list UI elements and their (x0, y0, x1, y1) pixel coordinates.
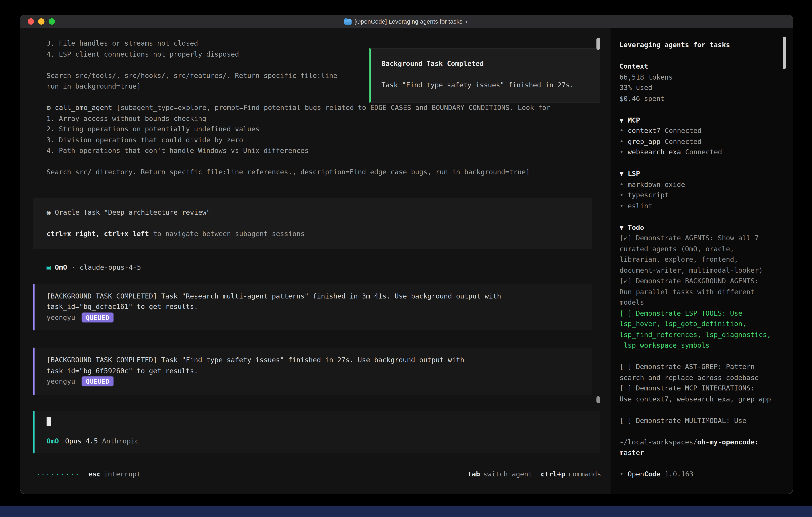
agent-square-icon: ▣ (47, 263, 51, 271)
lsp-item-name: markdown-oxide (628, 180, 685, 188)
tab-key-hint: tab (468, 470, 480, 478)
folder-icon (345, 19, 352, 24)
terminal-line: 2. String operations on potentially unde… (47, 124, 594, 135)
queued-badge: QUEUED (82, 377, 114, 386)
agent-model: claude-opus-4-5 (80, 263, 141, 271)
lsp-item: •typescript (619, 190, 784, 201)
terminal-window: [OpenCode] Leveraging agents for tasks◐ … (20, 15, 793, 494)
zoom-button[interactable] (49, 19, 55, 25)
message-block[interactable]: [BACKGROUND TASK COMPLETED] Task "Find t… (33, 348, 592, 394)
app-version-number: 1.0.163 (665, 470, 693, 478)
titlebar[interactable]: [OpenCode] Leveraging agents for tasks◐ (20, 15, 793, 28)
todo-item-active: [ ] Demonstrate LSP TOOLS: Use lsp_hover… (619, 308, 784, 351)
mcp-section-heading[interactable]: ▼MCP (619, 115, 784, 126)
window-title-text: [OpenCode] Leveraging agents for tasks (354, 19, 463, 25)
mcp-item-status: Connected (665, 127, 701, 135)
status-right: tabswitch agentctrl+pcommands (468, 469, 601, 480)
lsp-section-heading[interactable]: ▼LSP (619, 168, 784, 179)
gear-icon: ⚙ (47, 104, 51, 111)
todo-item-done: [✓] Demonstrate AGENTS: Show all 7 curat… (619, 233, 784, 276)
toast-title: Background Task Completed (381, 59, 591, 70)
hint-text: to navigate between subagent sessions (153, 229, 304, 237)
hint-keys: ctrl+x right, ctrl+x left (47, 229, 149, 237)
tool-call-name: call_omo_agent (55, 104, 112, 111)
lsp-heading-label: LSP (628, 169, 640, 177)
terminal-line (47, 156, 594, 167)
mcp-item-status: Connected (665, 137, 701, 145)
input-provider: Anthropic (102, 437, 139, 445)
navigation-hint: ctrl+x right, ctrl+x leftto navigate bet… (47, 228, 581, 239)
todo-section-heading[interactable]: ▼Todo (619, 222, 784, 233)
bullet-icon: • (619, 127, 624, 135)
oracle-task-title: ◉Oracle Task "Deep architecture review" (47, 207, 581, 218)
triangle-down-icon: ▼ (619, 116, 624, 124)
mcp-item: •context7Connected (619, 126, 784, 136)
traffic-lights (28, 19, 55, 25)
mcp-item-name: websearch_exa (628, 148, 681, 156)
prompt-input[interactable]: OmOOpus 4.5Anthropic (33, 411, 600, 453)
todo-line: lsp_workspace_symbols (619, 340, 784, 351)
esc-key-hint: esc (88, 470, 100, 478)
workspace-repo: oh-my-opencode: (697, 438, 759, 446)
message-block[interactable]: [BACKGROUND TASK COMPLETED] Task "Resear… (33, 283, 592, 330)
todo-line: [✓] Demonstrate BACKGROUND AGENTS: (619, 276, 784, 287)
message-meta: yeongyuQUEUED (47, 377, 583, 387)
sidebar-scrollbar-thumb[interactable] (783, 36, 786, 69)
bullet-icon: • (619, 180, 624, 188)
mcp-item-name: context7 (628, 127, 661, 135)
input-line[interactable] (47, 417, 592, 428)
agent-header: ▣OmO·claude-opus-4-5 (47, 262, 594, 273)
bullet-icon: • (619, 202, 624, 210)
todo-item-done: [✓] Demonstrate BACKGROUND AGENTS: Run p… (619, 276, 784, 308)
terminal-line: Search src/ directory. Return specific f… (47, 167, 594, 178)
todo-heading-label: Todo (628, 223, 644, 231)
message-text: task_id="bg_6f59260c" to get results. (47, 366, 583, 377)
terminal-line: 3. File handles or streams not closed (47, 38, 594, 49)
close-button[interactable] (28, 19, 34, 25)
input-meta: OmOOpus 4.5Anthropic (47, 436, 592, 447)
message-author: yeongyu (47, 377, 75, 385)
terminal-line: 1. Array access without bounds checking (47, 113, 594, 124)
todo-line: [ ] Demonstrate MCP INTEGRATIONS: (619, 383, 784, 394)
bullet-icon: • (619, 137, 624, 145)
workspace-path-prefix: ~/local-workspaces/ (619, 438, 697, 446)
context-used: 33% used (619, 83, 784, 93)
status-bar: ·········escinterrupt tabswitch agentctr… (36, 469, 601, 480)
mcp-item-name: grep_app (628, 137, 661, 145)
queued-badge: QUEUED (82, 312, 114, 322)
todo-line: document-writer, multimodal-looker) (619, 265, 784, 276)
triangle-down-icon: ▼ (619, 169, 624, 177)
message-text: [BACKGROUND TASK COMPLETED] Task "Find t… (47, 355, 583, 366)
main-scrollbar-thumb[interactable] (597, 38, 600, 50)
sidebar: Leveraging agents for tasks Context 66,5… (611, 28, 793, 494)
lsp-item: •markdown-oxide (619, 179, 784, 190)
bullet-icon: • (619, 191, 624, 199)
minimize-button[interactable] (38, 19, 45, 25)
oracle-task-panel[interactable]: ◉Oracle Task "Deep architecture review" … (33, 198, 592, 249)
workspace-branch: master (619, 447, 784, 458)
terminal-line: 4. Path operations that don't handle Win… (47, 145, 594, 156)
message-scrollbar-thumb[interactable] (597, 396, 600, 403)
toast-blank-line (381, 70, 591, 80)
message-text: [BACKGROUND TASK COMPLETED] Task "Resear… (47, 291, 583, 302)
half-circle-icon: ◐ (465, 19, 468, 25)
tool-call-line: ⚙call_omo_agent[subagent_type=explore, p… (47, 103, 594, 113)
desktop-bottom-strip (0, 506, 812, 517)
window-title: [OpenCode] Leveraging agents for tasks◐ (345, 19, 468, 25)
terminal-main[interactable]: 3. File handles or streams not closed 4.… (20, 28, 611, 494)
tool-call-args: [subagent_type=explore, prompt=Find pote… (116, 104, 550, 111)
todo-line: Use context7, websearch_exa, grep_app (619, 394, 784, 405)
desktop: [OpenCode] Leveraging agents for tasks◐ … (0, 0, 812, 517)
bullet-icon: • (619, 470, 624, 478)
lsp-item-name: typescript (628, 191, 669, 199)
text-cursor (47, 417, 51, 426)
mcp-item: •websearch_exaConnected (619, 147, 784, 158)
oracle-task-title-text: Oracle Task "Deep architecture review" (55, 208, 211, 216)
panel-blank-line (47, 218, 581, 228)
todo-line: search and replace across codebase (619, 373, 784, 383)
context-heading: Context (619, 61, 784, 72)
bullet-icon: • (619, 148, 624, 156)
workspace-path: ~/local-workspaces/oh-my-opencode: (619, 437, 784, 447)
context-tokens: 66,518 tokens (619, 72, 784, 83)
app-name: OpenCode (628, 470, 661, 478)
